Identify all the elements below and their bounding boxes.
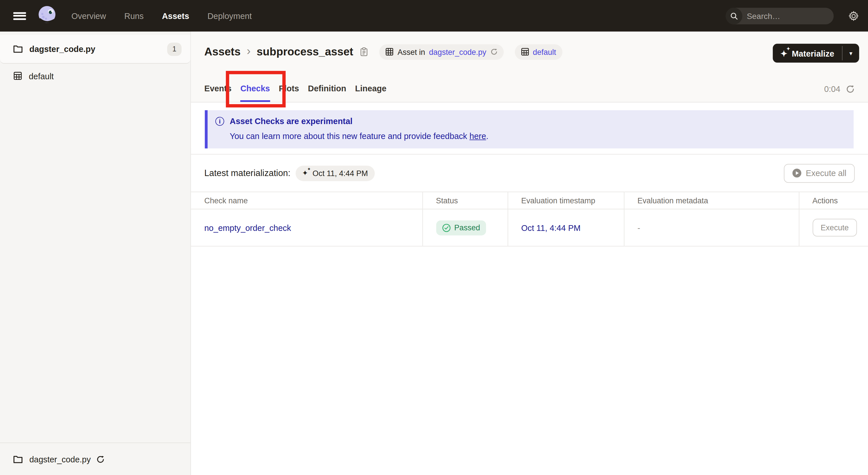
nav-item-assets[interactable]: Assets: [162, 11, 189, 21]
checks-table: Check name Status Evaluation timestamp E…: [191, 191, 868, 246]
asset-group-icon: [13, 71, 22, 81]
primary-nav: Overview Runs Assets Deployment: [71, 11, 252, 21]
timer-value: 0:04: [824, 84, 840, 94]
feedback-link[interactable]: here: [470, 131, 486, 141]
experimental-banner: i Asset Checks are experimental You can …: [205, 110, 854, 148]
tab-definition[interactable]: Definition: [308, 84, 346, 102]
sidebar-bottom-code-location[interactable]: dagster_code.py: [0, 443, 190, 475]
asset-icon: [385, 48, 394, 56]
refresh-icon[interactable]: [846, 84, 855, 93]
col-check-name: Check name: [191, 192, 422, 209]
latest-materialization-label: Latest materialization:: [205, 168, 290, 178]
reload-location-icon[interactable]: [96, 455, 104, 463]
hamburger-menu-icon[interactable]: [13, 12, 26, 20]
sidebar-bottom-label: dagster_code.py: [29, 454, 91, 464]
check-name-link[interactable]: no_empty_order_check: [205, 223, 291, 232]
asset-definition-chip[interactable]: Asset in dagster_code.py: [379, 44, 503, 59]
info-icon: i: [215, 117, 224, 126]
tab-plots[interactable]: Plots: [279, 84, 299, 102]
play-circle-icon: [792, 168, 801, 178]
latest-materialization-chip[interactable]: ✦✦ Oct 11, 4:44 PM: [296, 166, 375, 181]
tab-events[interactable]: Events: [205, 84, 231, 102]
table-header-row: Check name Status Evaluation timestamp E…: [191, 192, 868, 209]
dagster-logo-icon[interactable]: [36, 4, 57, 27]
asset-group-icon: [521, 48, 529, 56]
evaluation-timestamp-link[interactable]: Oct 11, 4:44 PM: [521, 223, 581, 232]
nav-item-overview[interactable]: Overview: [71, 11, 106, 21]
asset-tabs: Events Checks Plots Definition Lineage 0…: [191, 72, 868, 102]
evaluation-metadata-value: -: [624, 209, 799, 246]
latest-materialization-row: Latest materialization: ✦✦ Oct 11, 4:44 …: [191, 154, 868, 191]
sidebar-item-group-default[interactable]: default: [0, 64, 190, 88]
settings-gear-icon[interactable]: [848, 10, 859, 22]
status-label: Passed: [454, 223, 480, 232]
navbar-right: /: [725, 7, 859, 24]
col-eval-timestamp: Evaluation timestamp: [507, 192, 624, 209]
search-icon: [725, 7, 742, 24]
col-eval-metadata: Evaluation metadata: [624, 192, 799, 209]
asset-header: Assets › subprocess_asset Asset in dagst…: [191, 32, 868, 102]
asset-group-chip[interactable]: default: [515, 44, 562, 59]
nav-item-deployment[interactable]: Deployment: [208, 11, 252, 21]
global-search[interactable]: /: [725, 7, 834, 24]
col-actions: Actions: [799, 192, 868, 209]
materialize-split-button: ✦✦ Materialize ▾: [773, 43, 859, 63]
materialization-timestamp: Oct 11, 4:44 PM: [313, 169, 368, 177]
status-badge: Passed: [436, 220, 486, 235]
group-link[interactable]: default: [533, 48, 556, 56]
sidebar: dagster_code.py 1 default dagster_code.p…: [0, 32, 191, 475]
execute-all-button[interactable]: Execute all: [784, 164, 855, 183]
materialization-sparkle-icon: ✦✦: [302, 170, 308, 177]
materialize-button[interactable]: ✦✦ Materialize: [773, 43, 842, 63]
table-row: no_empty_order_check Passed Oct 11, 4:44…: [191, 209, 868, 246]
search-input[interactable]: [742, 11, 834, 20]
content-shell: dagster_code.py 1 default dagster_code.p…: [0, 32, 868, 475]
folder-icon: [13, 45, 23, 53]
asset-count-badge: 1: [167, 42, 181, 56]
chevron-right-icon: ›: [247, 44, 250, 57]
tab-checks[interactable]: Checks: [240, 84, 270, 102]
materialize-dropdown-caret[interactable]: ▾: [842, 43, 859, 63]
breadcrumb-assets-link[interactable]: Assets: [205, 46, 241, 58]
breadcrumb: Assets › subprocess_asset Asset in dagst…: [191, 32, 868, 72]
breadcrumb-asset-name: subprocess_asset: [257, 46, 353, 58]
sidebar-item-label: default: [29, 71, 54, 81]
banner-body: You can learn more about this new featur…: [229, 131, 488, 141]
refresh-icon[interactable]: [490, 48, 497, 55]
copy-asset-name-icon[interactable]: [360, 47, 368, 57]
sparkle-icon: ✦✦: [780, 49, 787, 57]
banner-wrap: i Asset Checks are experimental You can …: [191, 102, 868, 148]
sidebar-item-code-location[interactable]: dagster_code.py 1: [0, 35, 190, 63]
sidebar-item-label: dagster_code.py: [29, 44, 95, 54]
folder-icon: [13, 455, 23, 463]
check-circle-icon: [442, 224, 451, 232]
code-location-link[interactable]: dagster_code.py: [429, 48, 487, 56]
top-navbar: Overview Runs Assets Deployment /: [0, 0, 868, 32]
execute-button[interactable]: Execute: [812, 219, 857, 237]
banner-title: Asset Checks are experimental: [229, 116, 488, 126]
execute-all-label: Execute all: [806, 168, 846, 178]
refresh-timer: 0:04: [824, 84, 855, 94]
nav-item-runs[interactable]: Runs: [124, 11, 144, 21]
chip-prefix: Asset in: [398, 48, 425, 56]
materialize-label: Materialize: [792, 49, 834, 58]
tab-lineage[interactable]: Lineage: [355, 84, 386, 102]
col-status: Status: [422, 192, 507, 209]
app-root: Overview Runs Assets Deployment /: [0, 0, 868, 475]
main-panel: Assets › subprocess_asset Asset in dagst…: [191, 32, 868, 475]
banner-text: Asset Checks are experimental You can le…: [229, 116, 488, 141]
